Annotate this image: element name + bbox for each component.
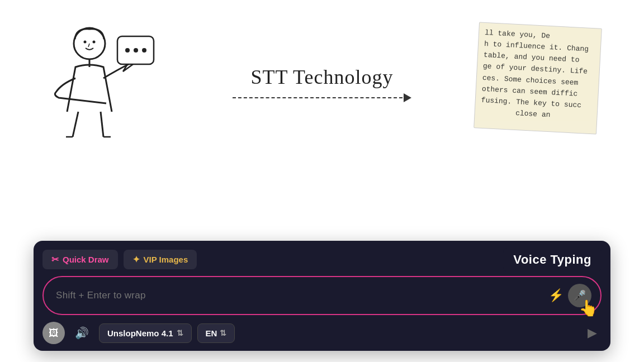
stt-label: STT Technology — [250, 65, 393, 89]
model-selector[interactable]: UnslopNemo 4.1 ⇅ — [99, 323, 192, 343]
svg-point-5 — [125, 48, 130, 53]
voice-typing-label: Voice Typing — [513, 253, 591, 266]
speaker-icon: 🔊 — [75, 327, 89, 339]
person-illustration — [45, 22, 168, 145]
top-section: STT Technology ll take you, De h to infl… — [0, 0, 644, 162]
input-row: ⚡ 🎤 👆 — [42, 276, 602, 315]
svg-point-7 — [142, 48, 146, 53]
quick-draw-label: Quick Draw — [63, 255, 109, 264]
svg-point-1 — [84, 41, 87, 44]
lang-chevron-icon: ⇅ — [220, 328, 226, 337]
text-paper: ll take you, De h to influence it. Chang… — [473, 22, 602, 134]
arrow-head — [404, 93, 411, 102]
mic-icon: 🎤 — [574, 289, 586, 302]
sparkle-icon: ✦ — [132, 254, 140, 265]
vip-images-button[interactable]: ✦ VIP Images — [124, 250, 197, 269]
chevron-updown-icon: ⇅ — [177, 328, 183, 337]
speaker-button[interactable]: 🔊 — [70, 324, 93, 342]
model-selector-label: UnslopNemo 4.1 — [107, 328, 173, 338]
toolbar-row: ✂ Quick Draw ✦ VIP Images Voice Typing — [42, 250, 602, 269]
scissors-icon: ✂ — [51, 254, 59, 265]
image-icon: 🖼 — [49, 327, 59, 339]
image-button[interactable]: 🖼 — [42, 322, 65, 344]
svg-point-6 — [134, 48, 138, 53]
send-button[interactable]: ▶ — [583, 323, 602, 342]
message-input[interactable] — [56, 290, 548, 301]
bottom-controls: 🖼 🔊 UnslopNemo 4.1 ⇅ EN ⇅ ▶ — [42, 322, 602, 344]
arrow-section: STT Technology — [168, 65, 476, 102]
voice-typing-badge: Voice Typing — [503, 248, 602, 272]
svg-point-2 — [93, 41, 96, 44]
lightning-icon[interactable]: ⚡ — [548, 288, 564, 303]
dashed-arrow — [233, 93, 411, 102]
dashed-line — [233, 97, 402, 98]
send-icon: ▶ — [588, 326, 597, 340]
quick-draw-button[interactable]: ✂ Quick Draw — [42, 250, 118, 269]
lang-selector-label: EN — [206, 328, 217, 338]
chat-interface: ✂ Quick Draw ✦ VIP Images Voice Typing ⚡… — [34, 241, 610, 351]
text-paper-content: ll take you, De h to influence it. Chang… — [480, 27, 595, 123]
lang-selector[interactable]: EN ⇅ — [197, 323, 235, 343]
mic-button[interactable]: 🎤 👆 — [568, 284, 591, 307]
vip-images-label: VIP Images — [144, 255, 188, 264]
